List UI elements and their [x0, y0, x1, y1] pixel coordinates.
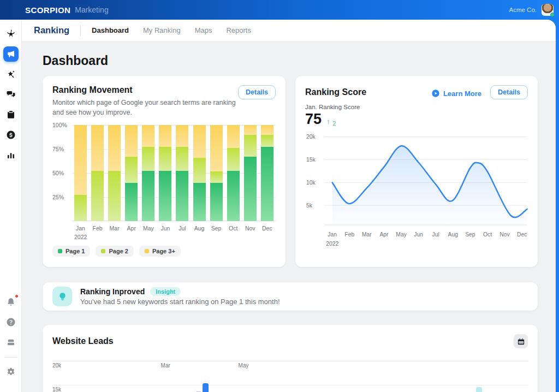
help-icon: [6, 317, 16, 327]
svg-text:Sep: Sep: [465, 231, 475, 237]
bar-segment-page-2: [108, 171, 121, 221]
main-scroll-area: Dashboard Ranking Movement Monitor which…: [22, 41, 556, 392]
ranking-movement-card: Ranking Movement Monitor which page of G…: [43, 76, 286, 267]
sidebar-item-dollar[interactable]: [3, 127, 19, 142]
subnav-divider: [80, 25, 81, 36]
sidebar-item-scorpion[interactable]: [3, 26, 19, 41]
legend-label: Page 2: [109, 248, 128, 254]
ranking-score-line-chart: 20k15k10k5kJanFebMarAprMayJunJulAugSepOc…: [305, 129, 528, 249]
ranking-score-details-button[interactable]: Details: [490, 85, 528, 99]
svg-text:Mar: Mar: [362, 231, 372, 237]
leads-bar[interactable]: [476, 387, 482, 392]
chart-legend: Page 1Page 2Page 3+: [52, 246, 276, 257]
tab-reports[interactable]: Reports: [226, 26, 251, 34]
sidebar-item-bell[interactable]: [3, 294, 19, 310]
gridline: [52, 385, 528, 385]
svg-text:15k: 15k: [306, 157, 316, 163]
ranking-movement-title: Ranking Movement: [52, 85, 238, 95]
bar-segment-page-2: [244, 135, 257, 157]
website-leads-card: Website Leads 20k15kMarMay: [43, 325, 538, 392]
score-period-label: Jan. Ranking Score: [305, 104, 528, 110]
score-up-arrow-icon: ↑: [326, 117, 330, 126]
bar-segment-page-2: [261, 135, 273, 147]
y-axis-tick-label: 100%: [52, 122, 70, 128]
printer-icon: [6, 337, 16, 347]
bar-segment-page-3+: [142, 125, 154, 147]
sidebar-top-group: [3, 26, 19, 168]
stacked-bar-jun[interactable]: [159, 125, 171, 221]
bar-segment-page-2: [193, 158, 206, 183]
bar-segment-page-1: [210, 183, 223, 221]
bar-segment-page-3+: [210, 125, 223, 171]
sub-navigation: Ranking DashboardMy RankingMapsReports: [22, 20, 556, 41]
legend-chip-page-2[interactable]: Page 2: [96, 246, 133, 257]
bars-container: [74, 125, 273, 221]
svg-text:May: May: [396, 231, 407, 237]
x-axis-tick-label: Aug: [193, 225, 206, 231]
insight-badge: Insight: [150, 287, 181, 296]
bar-segment-page-1: [142, 171, 154, 221]
svg-text:Aug: Aug: [448, 231, 459, 237]
sidebar-item-star[interactable]: [3, 67, 19, 82]
bar-segment-page-3+: [159, 125, 171, 147]
bar-segment-page-3+: [108, 125, 121, 171]
dollar-icon: [6, 130, 16, 140]
website-leads-title: Website Leads: [52, 336, 114, 346]
bar-segment-page-2: [142, 147, 154, 171]
tab-dashboard[interactable]: Dashboard: [92, 26, 129, 34]
leads-bar[interactable]: [203, 383, 209, 392]
ranking-movement-subtitle: Monitor which page of Google your search…: [52, 98, 238, 117]
avatar[interactable]: [542, 4, 554, 16]
svg-text:Dec: Dec: [517, 231, 527, 237]
bar-segment-page-3+: [227, 125, 240, 148]
sidebar-item-bar-chart[interactable]: [3, 147, 19, 163]
x-axis-tick-label: Feb: [91, 225, 104, 231]
ranking-score-card: Ranking Score Learn More Details Jan. Ra…: [295, 76, 538, 267]
ranking-score-value: 75: [305, 111, 322, 128]
bar-segment-page-1: [227, 171, 240, 221]
x-axis-tick-label: Apr: [125, 225, 138, 231]
learn-more-label: Learn More: [443, 90, 481, 98]
stacked-bar-jan[interactable]: [74, 125, 87, 221]
stacked-bar-nov[interactable]: [244, 125, 257, 221]
tab-maps[interactable]: Maps: [195, 26, 212, 34]
stacked-bar-apr[interactable]: [125, 125, 138, 221]
bar-segment-page-3+: [261, 125, 273, 135]
bar-segment-page-2: [176, 147, 188, 171]
bar-segment-page-1: [193, 183, 206, 221]
bar-segment-page-1: [176, 171, 188, 221]
gear-icon: [6, 367, 16, 377]
sidebar-item-chat[interactable]: [3, 87, 19, 102]
bar-segment-page-2: [74, 195, 87, 221]
calendar-button[interactable]: [514, 334, 528, 348]
play-circle-icon: [431, 89, 440, 98]
svg-text:5k: 5k: [306, 203, 313, 209]
bar-segment-page-1: [159, 171, 171, 221]
sidebar-item-clipboard[interactable]: [3, 107, 19, 122]
stacked-bar-feb[interactable]: [91, 125, 104, 221]
x-axis-tick-label: Jun: [159, 225, 171, 231]
x-axis-tick-label: Sep: [210, 225, 223, 231]
sidebar-item-printer[interactable]: [3, 335, 19, 350]
stacked-bar-sep[interactable]: [210, 125, 223, 221]
stacked-bar-jul[interactable]: [176, 125, 188, 221]
stacked-bar-aug[interactable]: [193, 125, 206, 221]
learn-more-link[interactable]: Learn More: [431, 89, 481, 98]
x-axis-tick-label: Jul: [176, 225, 188, 231]
tab-my-ranking[interactable]: My Ranking: [143, 26, 181, 34]
y-axis-tick-label: 50%: [52, 170, 70, 176]
stacked-bar-may[interactable]: [142, 125, 154, 221]
svg-text:Jan: Jan: [328, 231, 337, 237]
legend-chip-page-1[interactable]: Page 1: [52, 246, 90, 257]
sidebar-item-help[interactable]: [3, 314, 19, 330]
sidebar-item-megaphone[interactable]: [3, 46, 19, 62]
ranking-movement-details-button[interactable]: Details: [238, 85, 276, 99]
legend-chip-page-3+[interactable]: Page 3+: [139, 246, 181, 257]
stacked-bar-dec[interactable]: [261, 125, 273, 221]
bar-segment-page-2: [210, 171, 223, 183]
stacked-bar-oct[interactable]: [227, 125, 240, 221]
stacked-bar-mar[interactable]: [108, 125, 121, 221]
bar-segment-page-2: [91, 171, 104, 221]
sidebar-item-gear[interactable]: [3, 364, 19, 379]
bar-segment-page-3+: [125, 125, 138, 157]
